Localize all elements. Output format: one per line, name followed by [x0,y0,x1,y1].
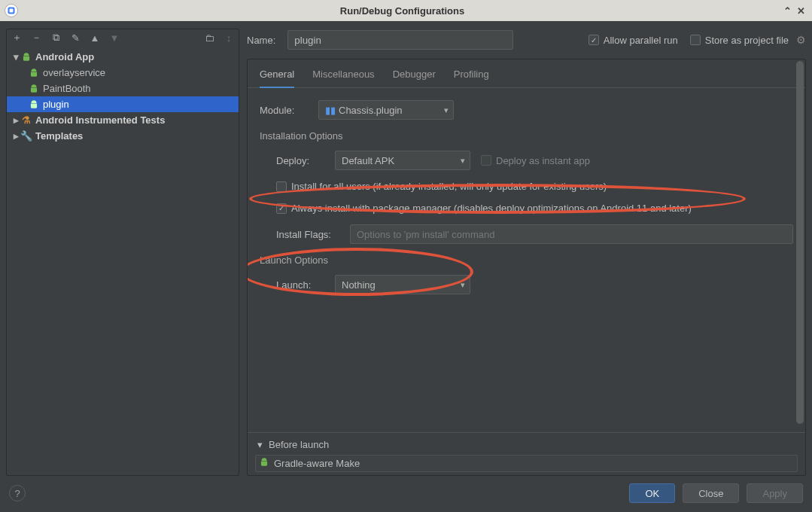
module-select[interactable]: ▮▮ Chassis.plugin [318,100,454,120]
launch-label: Launch: [276,279,324,291]
copy-icon[interactable]: ⧉ [50,32,61,43]
tab-debugger[interactable]: Debugger [393,69,436,87]
allow-parallel-checkbox[interactable]: Allow parallel run [588,35,678,46]
name-input[interactable] [287,30,513,50]
chevron-down-icon: ▾ [11,51,20,62]
window-titlebar: Run/Debug Configurations ⌃ ✕ [0,0,812,21]
up-icon[interactable]: ▲ [90,32,100,43]
window-title: Run/Debug Configurations [24,5,780,17]
apply-button[interactable]: Apply [747,483,803,503]
checkbox-icon [588,35,599,45]
launch-options-label: Launch Options [260,254,793,266]
chevron-right-icon: ▸ [11,114,20,126]
checkbox-icon [481,155,491,166]
svg-rect-1 [10,9,14,13]
install-flags-input[interactable]: Options to 'pm install' command [350,224,793,244]
android-icon [28,68,40,78]
config-sidebar: ＋ － ⧉ ✎ ▲ ▼ 🗀 ↕ ▾ Android App overlayser… [6,29,239,476]
scrollbar-thumb[interactable] [796,61,804,424]
tree-label: Android App [35,51,94,62]
tab-profiling[interactable]: Profiling [454,69,489,87]
help-button[interactable]: ? [9,485,26,501]
tree-item-paintbooth[interactable]: PaintBooth [7,81,239,96]
tab-bar: General Miscellaneous Debugger Profiling [248,59,805,88]
tree-item-overlayservice[interactable]: overlayservice [7,65,239,81]
wrench-icon: 🔧 [20,130,32,142]
deploy-instant-checkbox: Deploy as instant app [481,155,590,166]
scrollbar[interactable] [796,61,804,474]
launch-select[interactable]: Nothing [335,275,470,294]
collapse-icon[interactable]: ▾ [255,439,264,450]
tab-miscellaneous[interactable]: Miscellaneous [312,69,374,87]
close-button[interactable]: Close [683,483,739,503]
tree-label: Templates [35,130,83,142]
before-launch-item[interactable]: Gradle-aware Make [255,455,798,472]
before-launch-section: ▾ Before launch Gradle-aware Make [248,432,805,475]
select-value: Default APK [342,155,394,166]
checkbox-label: Install for all users (if already instal… [291,181,607,192]
always-pm-checkbox[interactable]: Always install with package manager (dis… [276,203,692,214]
tree-label: PaintBooth [43,83,91,94]
checkbox-label: Store as project file [705,35,789,46]
before-launch-item-label: Gradle-aware Make [274,458,360,469]
name-label: Name: [247,35,275,46]
tree-group-instrumented-tests[interactable]: ▸ ⚗ Android Instrumented Tests [7,112,239,128]
expand-icon[interactable]: ⌃ [780,5,794,17]
tree-group-templates[interactable]: ▸ 🔧 Templates [7,128,239,144]
ok-button[interactable]: OK [629,483,675,503]
folder-icon[interactable]: 🗀 [204,32,214,43]
down-icon[interactable]: ▼ [109,32,120,43]
checkbox-icon [276,203,287,214]
installation-options-label: Installation Options [260,130,793,142]
tree-item-plugin[interactable]: plugin [7,96,239,112]
android-icon [259,457,269,470]
select-value: Chassis.plugin [339,105,403,116]
sort-icon[interactable]: ↕ [224,32,234,43]
folder-icon: ▮▮ [325,105,336,116]
android-icon [28,84,40,94]
deploy-select[interactable]: Default APK [335,151,470,170]
remove-icon[interactable]: － [31,32,41,43]
tree-group-android-app[interactable]: ▾ Android App [7,49,239,65]
tab-general[interactable]: General [260,69,294,87]
install-flags-label: Install Flags: [276,229,339,240]
tree-label: overlayservice [43,67,105,78]
checkbox-icon [690,35,701,45]
placeholder-text: Options to 'pm install' command [357,229,494,240]
android-icon [20,52,32,62]
store-as-project-checkbox[interactable]: Store as project file ⚙ [690,34,806,46]
tab-panel: General Miscellaneous Debugger Profiling… [247,59,806,476]
checkbox-label: Allow parallel run [604,35,678,46]
add-icon[interactable]: ＋ [11,32,22,43]
gear-icon[interactable]: ⚙ [796,34,806,46]
checkbox-label: Deploy as instant app [496,155,590,166]
select-value: Nothing [342,279,376,291]
config-form: Name: Allow parallel run Store as projec… [247,29,806,476]
tree-label: Android Instrumented Tests [35,114,165,126]
module-label: Module: [260,105,308,116]
deploy-label: Deploy: [276,155,324,166]
flask-icon: ⚗ [20,114,32,126]
checkbox-label: Always install with package manager (dis… [291,203,692,214]
close-window-icon[interactable]: ✕ [794,5,807,17]
checkbox-icon [276,181,287,192]
config-tree: ▾ Android App overlayservice PaintBooth … [7,46,239,475]
edit-icon[interactable]: ✎ [70,32,81,43]
before-launch-label: Before launch [269,439,329,450]
install-all-users-checkbox[interactable]: Install for all users (if already instal… [276,181,607,192]
tree-label: plugin [43,99,69,110]
chevron-right-icon: ▸ [11,130,20,142]
android-icon [28,99,40,110]
dialog-footer: ? OK Close Apply [0,476,812,512]
app-logo [5,4,18,17]
sidebar-toolbar: ＋ － ⧉ ✎ ▲ ▼ 🗀 ↕ [7,29,239,46]
